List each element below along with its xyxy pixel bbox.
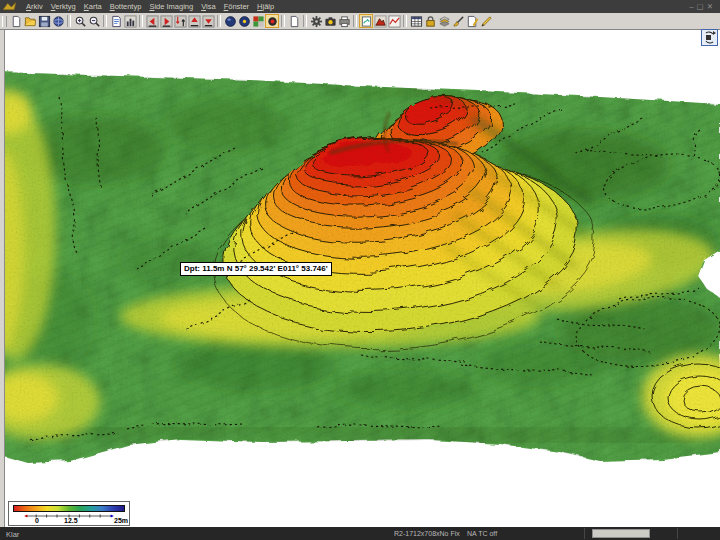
view-report-button[interactable] (109, 14, 123, 28)
menu-item-visa[interactable]: Visa (201, 0, 215, 13)
menu-item-hj-lp[interactable]: Hjälp (257, 0, 274, 13)
toolbar-separator (103, 15, 107, 27)
sphere-view-button[interactable] (223, 14, 237, 28)
layer-shift-right-button[interactable] (159, 14, 173, 28)
status-record-info: R2-1712x708xNo Fix (394, 530, 460, 537)
terrain-3d-button[interactable] (373, 14, 387, 28)
depth-tooltip: Dpt: 11.5m N 57° 29.542' E011° 53.746' (180, 262, 332, 276)
snapshot-camera-button[interactable] (323, 14, 337, 28)
overlay-toggle-button[interactable] (359, 14, 373, 28)
status-ready: Klar (6, 530, 19, 539)
legend-mid-label: 12.5 (64, 517, 78, 524)
toolbar-separator (353, 15, 357, 27)
export-globe-button[interactable] (51, 14, 65, 28)
toolbar-separator (303, 15, 307, 27)
track-profile-button[interactable] (387, 14, 401, 28)
depth-legend: 0 12.5 25m (8, 501, 130, 526)
layer-down-button[interactable] (201, 14, 215, 28)
settings-gear-button[interactable] (309, 14, 323, 28)
color-brush-button[interactable] (451, 14, 465, 28)
toolbar-separator (139, 15, 143, 27)
view-graph-button[interactable] (123, 14, 137, 28)
edit-note-button[interactable] (465, 14, 479, 28)
menu-item-f-nster[interactable]: Fönster (224, 0, 249, 13)
toolbar (0, 13, 720, 30)
waypoint-lock-button[interactable] (423, 14, 437, 28)
status-separator-2 (677, 528, 678, 539)
toolbar-separator (403, 15, 407, 27)
toolbar-separator (281, 15, 285, 27)
menu-bar: ArkivVerktygKartaBottentypSide ImagingVi… (0, 0, 720, 13)
print-button[interactable] (337, 14, 351, 28)
sphere-target-button[interactable] (237, 14, 251, 28)
application-window: { "menu": { "items": ["Arkiv","Verktyg",… (0, 0, 720, 540)
toolbar-separator (217, 15, 221, 27)
record-toggle-button[interactable] (265, 14, 279, 28)
status-separator (584, 528, 585, 539)
zoom-in-button[interactable] (73, 14, 87, 28)
layer-shift-left-button[interactable] (145, 14, 159, 28)
toolbar-grip[interactable] (2, 16, 7, 27)
draw-pencil-button[interactable] (479, 14, 493, 28)
menu-item-arkiv[interactable]: Arkiv (26, 0, 43, 13)
open-folder-button[interactable] (23, 14, 37, 28)
menu-item-verktyg[interactable]: Verktyg (51, 0, 76, 13)
bathymetry-3d-view[interactable] (0, 0, 720, 540)
menu-item-bottentyp[interactable]: Bottentyp (110, 0, 142, 13)
layer-up-button[interactable] (187, 14, 201, 28)
status-bar: Klar R2-1712x708xNo Fix NA TC off (0, 527, 720, 540)
menu-item-side-imaging[interactable]: Side Imaging (149, 0, 193, 13)
layer-swap-button[interactable] (173, 14, 187, 28)
menu-item-karta[interactable]: Karta (84, 0, 102, 13)
minimize-button[interactable]: – (689, 2, 696, 11)
restore-button[interactable]: ▢ (697, 2, 707, 11)
save-button[interactable] (37, 14, 51, 28)
rotate-view-icon (703, 31, 716, 44)
close-button[interactable]: ✕ (707, 2, 716, 11)
legend-min-label: 0 (35, 517, 39, 524)
new-document-button[interactable] (9, 14, 23, 28)
new-note-button[interactable] (287, 14, 301, 28)
legend-max-label: 25m (114, 517, 128, 524)
rotate-view-button[interactable] (701, 29, 718, 46)
bottom-type-tiles-button[interactable] (251, 14, 265, 28)
layer-stack-button[interactable] (437, 14, 451, 28)
data-table-button[interactable] (409, 14, 423, 28)
app-icon (2, 1, 17, 12)
toolbar-separator (67, 15, 71, 27)
window-controls: –▢✕ (689, 2, 716, 12)
progress-indicator (592, 529, 650, 538)
zoom-out-button[interactable] (87, 14, 101, 28)
canvas-left-frame (0, 30, 5, 527)
status-fix-flags: NA TC off (467, 530, 497, 537)
depth-gradient-bar (13, 505, 125, 512)
